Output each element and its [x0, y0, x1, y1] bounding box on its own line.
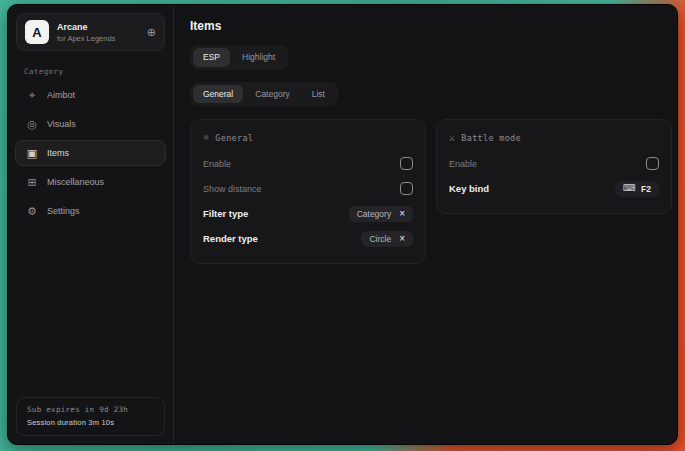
- show-distance-label: Show distance: [203, 184, 262, 194]
- key-bind-row: Key bind ⌨ F2: [449, 176, 659, 201]
- sidebar-item-settings[interactable]: ⚙ Settings: [15, 198, 166, 224]
- view-tab-group: General Category List: [190, 82, 338, 107]
- sidebar-item-label: Visuals: [47, 119, 76, 129]
- panel-title: General: [215, 133, 253, 143]
- close-icon[interactable]: ×: [399, 234, 405, 244]
- battle-mode-panel-header: ⚔ Battle mode: [449, 132, 659, 143]
- panel-title: Battle mode: [461, 133, 521, 143]
- filter-type-row: Filter type Category ×: [203, 201, 413, 226]
- box-icon: ▣: [26, 147, 38, 160]
- tab-category[interactable]: Category: [245, 85, 300, 104]
- show-distance-checkbox[interactable]: [400, 182, 413, 195]
- app-name: Arcane: [57, 22, 115, 32]
- general-panel: ☼ General Enable Show distance Filter ty…: [190, 119, 426, 264]
- sidebar-item-visuals[interactable]: ◎ Visuals: [15, 111, 166, 137]
- mode-tab-group: ESP Highlight: [190, 45, 288, 70]
- tab-esp[interactable]: ESP: [193, 48, 230, 67]
- sidebar-item-label: Aimbot: [47, 90, 75, 100]
- sub-expiry-text: Sub expires in 9d 23h: [27, 405, 154, 414]
- sidebar-section-label: Category: [24, 67, 157, 76]
- close-icon[interactable]: ×: [399, 209, 405, 219]
- sidebar-item-label: Items: [47, 148, 69, 158]
- filter-type-value: Category: [357, 209, 392, 219]
- key-bind-button[interactable]: ⌨ F2: [615, 181, 659, 197]
- enable-label: Enable: [203, 159, 231, 169]
- enable-row: Enable: [203, 151, 413, 176]
- app-subtitle: for Apex Legends: [57, 34, 115, 43]
- session-duration-text: Session duration 3m 10s: [27, 418, 154, 427]
- render-type-select[interactable]: Circle ×: [361, 231, 413, 247]
- sidebar: A Arcane for Apex Legends ⊕ Category ⌖ A…: [8, 5, 174, 444]
- panels-row: ☼ General Enable Show distance Filter ty…: [190, 119, 672, 264]
- tab-list[interactable]: List: [302, 85, 335, 104]
- sidebar-nav: ⌖ Aimbot ◎ Visuals ▣ Items ⊞ Miscellaneo…: [14, 82, 167, 224]
- swords-icon: ⚔: [449, 132, 455, 143]
- tab-highlight[interactable]: Highlight: [232, 48, 285, 67]
- app-logo: A: [25, 20, 49, 44]
- subscription-info: Sub expires in 9d 23h Session duration 3…: [16, 397, 165, 436]
- page-title: Items: [190, 19, 672, 33]
- key-bind-label: Key bind: [449, 183, 489, 194]
- brand-card: A Arcane for Apex Legends ⊕: [16, 13, 165, 51]
- gear-icon: ⚙: [26, 205, 38, 218]
- keyboard-icon: ⌨: [623, 184, 636, 193]
- sidebar-item-aimbot[interactable]: ⌖ Aimbot: [15, 82, 166, 108]
- render-type-row: Render type Circle ×: [203, 226, 413, 251]
- main-area: Items ESP Highlight General Category Lis…: [174, 5, 678, 444]
- general-panel-header: ☼ General: [203, 132, 413, 143]
- crosshair-icon: ⌖: [26, 89, 38, 102]
- sidebar-item-label: Miscellaneous: [47, 177, 104, 187]
- brand-text: Arcane for Apex Legends: [57, 22, 115, 43]
- target-icon[interactable]: ⊕: [147, 27, 156, 38]
- render-type-value: Circle: [369, 234, 391, 244]
- render-type-label: Render type: [203, 233, 258, 244]
- sun-icon: ☼: [203, 132, 209, 143]
- filter-type-label: Filter type: [203, 208, 248, 219]
- key-bind-value: F2: [641, 184, 651, 194]
- show-distance-row: Show distance: [203, 176, 413, 201]
- grid-icon: ⊞: [26, 176, 38, 189]
- app-window: A Arcane for Apex Legends ⊕ Category ⌖ A…: [7, 4, 678, 445]
- eye-icon: ◎: [26, 118, 38, 131]
- sidebar-item-items[interactable]: ▣ Items: [15, 140, 166, 166]
- battle-enable-row: Enable: [449, 151, 659, 176]
- sidebar-item-miscellaneous[interactable]: ⊞ Miscellaneous: [15, 169, 166, 195]
- sidebar-item-label: Settings: [47, 206, 80, 216]
- tab-general[interactable]: General: [193, 85, 243, 104]
- filter-type-select[interactable]: Category ×: [349, 206, 413, 222]
- battle-enable-label: Enable: [449, 159, 477, 169]
- battle-mode-panel: ⚔ Battle mode Enable Key bind ⌨ F2: [436, 119, 672, 214]
- battle-enable-checkbox[interactable]: [646, 157, 659, 170]
- enable-checkbox[interactable]: [400, 157, 413, 170]
